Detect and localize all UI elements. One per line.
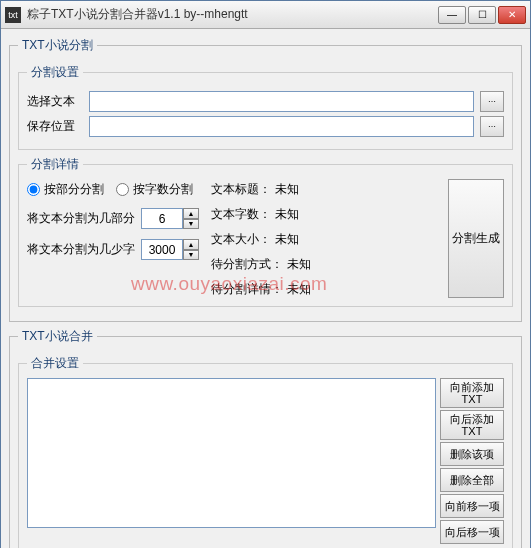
chars-input[interactable] [141, 239, 183, 260]
add-back-button[interactable]: 向后添加TXT [440, 410, 504, 440]
info-count-label: 文本字数： [211, 206, 271, 223]
split-generate-button[interactable]: 分割生成 [448, 179, 504, 298]
split-settings-legend: 分割设置 [27, 64, 83, 81]
radio-by-chars[interactable]: 按字数分割 [116, 181, 193, 198]
select-text-input[interactable] [89, 91, 474, 112]
info-count-value: 未知 [275, 206, 299, 223]
merge-group-legend: TXT小说合并 [18, 328, 97, 345]
save-path-label: 保存位置 [27, 118, 83, 135]
radio-by-parts-input[interactable] [27, 183, 40, 196]
close-button[interactable]: ✕ [498, 6, 526, 24]
add-front-button[interactable]: 向前添加TXT [440, 378, 504, 408]
maximize-button[interactable]: ☐ [468, 6, 496, 24]
info-title-label: 文本标题： [211, 181, 271, 198]
info-size-value: 未知 [275, 231, 299, 248]
select-text-label: 选择文本 [27, 93, 83, 110]
split-details: 分割详情 按部分分割 按字数分割 将文本分割为几部分 [18, 156, 513, 307]
split-group: TXT小说分割 分割设置 选择文本 ⋯ 保存位置 ⋯ 分割详情 [9, 37, 522, 322]
save-path-browse-button[interactable]: ⋯ [480, 116, 504, 137]
save-path-input[interactable] [89, 116, 474, 137]
info-detail-value: 未知 [287, 281, 311, 298]
minimize-button[interactable]: — [438, 6, 466, 24]
delete-all-button[interactable]: 删除全部 [440, 468, 504, 492]
info-mode-label: 待分割方式： [211, 256, 283, 273]
select-text-browse-button[interactable]: ⋯ [480, 91, 504, 112]
titlebar: txt 粽子TXT小说分割合并器v1.1 by--mhengtt — ☐ ✕ [1, 1, 530, 29]
split-group-legend: TXT小说分割 [18, 37, 97, 54]
split-settings: 分割设置 选择文本 ⋯ 保存位置 ⋯ [18, 64, 513, 150]
info-detail-label: 待分割详情： [211, 281, 283, 298]
merge-settings-legend: 合并设置 [27, 355, 83, 372]
parts-input[interactable] [141, 208, 183, 229]
chars-spin-up[interactable]: ▲ [183, 239, 199, 250]
app-icon: txt [5, 7, 21, 23]
chars-label: 将文本分割为几少字 [27, 241, 135, 258]
info-size-label: 文本大小： [211, 231, 271, 248]
parts-spin-up[interactable]: ▲ [183, 208, 199, 219]
info-title-value: 未知 [275, 181, 299, 198]
move-down-button[interactable]: 向后移一项 [440, 520, 504, 544]
radio-by-chars-input[interactable] [116, 183, 129, 196]
parts-spin-down[interactable]: ▼ [183, 219, 199, 230]
radio-by-parts[interactable]: 按部分分割 [27, 181, 104, 198]
info-mode-value: 未知 [287, 256, 311, 273]
delete-item-button[interactable]: 删除该项 [440, 442, 504, 466]
window-title: 粽子TXT小说分割合并器v1.1 by--mhengtt [27, 6, 438, 23]
parts-label: 将文本分割为几部分 [27, 210, 135, 227]
merge-listbox[interactable] [27, 378, 436, 528]
move-up-button[interactable]: 向前移一项 [440, 494, 504, 518]
chars-spin-down[interactable]: ▼ [183, 250, 199, 261]
merge-group: TXT小说合并 合并设置 向前添加TXT 向后添加TXT 删除该项 删除全部 向… [9, 328, 522, 548]
merge-settings: 合并设置 向前添加TXT 向后添加TXT 删除该项 删除全部 向前移一项 向后移… [18, 355, 513, 548]
split-details-legend: 分割详情 [27, 156, 83, 173]
